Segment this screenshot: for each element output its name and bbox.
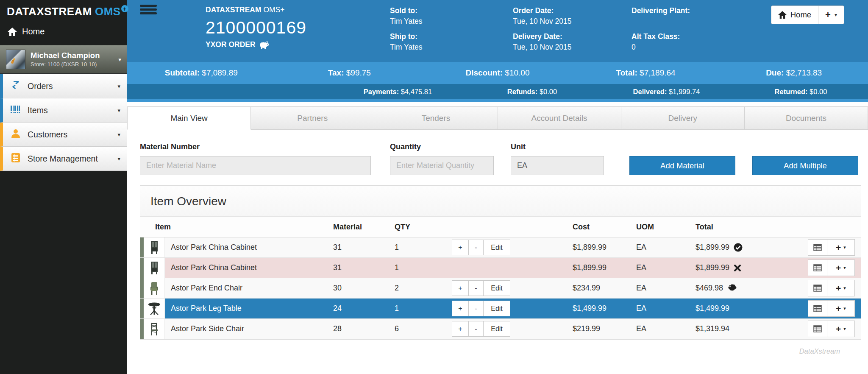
tab-tenders[interactable]: Tenders (374, 106, 498, 130)
field-label: Sold to: (390, 6, 423, 15)
chevron-down-icon[interactable]: ▾ (118, 56, 121, 63)
user-store: Store: 1100 (DXSR 10 10) (31, 61, 100, 68)
chevron-down-icon: ▾ (835, 12, 837, 18)
line-detail-button[interactable] (808, 321, 827, 337)
qty-stepper: + - Edit (452, 240, 573, 255)
table-row[interactable]: Astor Park Side Chair 28 6 + - Edit $219… (140, 319, 861, 339)
item-material: 31 (333, 263, 395, 272)
edit-item-button[interactable]: Edit (483, 280, 510, 296)
table-row[interactable]: Astor Park China Cabinet 31 1 $1,899.99 … (140, 258, 861, 278)
row-status-strip (140, 299, 144, 318)
field-value: Tue, 10 Nov 2015 (513, 17, 571, 26)
row-actions: + ▾ (801, 280, 861, 296)
item-cost: $1,899.99 (573, 243, 636, 252)
edit-item-button[interactable]: Edit (483, 301, 510, 316)
row-status-strip (140, 319, 144, 339)
item-cost: $1,499.99 (573, 304, 636, 313)
home-icon (8, 28, 17, 36)
item-total: $1,319.94 (696, 324, 729, 333)
sidebar-item-customers[interactable]: Customers ▾ (0, 123, 127, 147)
column-header-uom: UOM (636, 223, 696, 232)
total-tax: Tax: $99.75 (275, 68, 424, 78)
payment-value: $0.00 (540, 88, 557, 95)
row-add-dropdown-button[interactable]: + ▾ (827, 300, 855, 317)
item-uom: EA (636, 284, 696, 293)
qty-increment-button[interactable]: + (452, 321, 469, 337)
logo-plus-badge: + (121, 5, 128, 12)
item-material: 30 (333, 284, 395, 293)
payment-label: Delivered: (633, 88, 667, 95)
field-value: Tue, 10 Nov 2015 (513, 43, 571, 52)
tab-account-details[interactable]: Account Details (498, 106, 621, 130)
sidebar-item-store-management[interactable]: Store Management ▾ (0, 147, 127, 171)
material-number-input[interactable] (140, 156, 371, 175)
unit-input[interactable] (511, 156, 604, 175)
row-add-dropdown-button[interactable]: + ▾ (827, 321, 855, 337)
row-status-strip (140, 278, 144, 298)
line-detail-button[interactable] (808, 239, 827, 256)
line-detail-button[interactable] (808, 300, 827, 317)
edit-item-button[interactable]: Edit (483, 240, 510, 255)
total-subtotal: Subtotal: $7,089.89 (127, 68, 275, 78)
add-material-button[interactable]: Add Material (629, 156, 735, 175)
total-value: $99.75 (346, 68, 371, 77)
add-dropdown-button[interactable]: + ▾ (818, 6, 844, 24)
unit-label: Unit (511, 142, 604, 151)
table-row[interactable]: Astor Park China Cabinet 31 1 + - Edit $… (140, 237, 861, 258)
header-col-partners: Sold to: Tim Yates Ship to: Tim Yates (390, 6, 423, 58)
sidebar-home-link[interactable]: Home (0, 20, 127, 45)
field-value: Tim Yates (390, 17, 423, 26)
total-label: Subtotal: (165, 68, 200, 77)
add-multiple-button[interactable]: Add Multiple (752, 156, 858, 175)
item-qty: 1 (395, 263, 452, 272)
plus-icon: + (836, 304, 841, 314)
row-add-dropdown-button[interactable]: + ▾ (827, 280, 855, 296)
item-thumbnail (144, 299, 165, 318)
sidebar-item-items[interactable]: Items ▾ (0, 98, 127, 123)
qty-stepper: + - Edit (452, 280, 573, 296)
tab-partners[interactable]: Partners (251, 106, 374, 130)
total-label: Discount: (465, 68, 503, 77)
sidebar-home-label: Home (22, 27, 45, 36)
qty-decrement-button[interactable]: - (468, 301, 484, 316)
check-circle-icon (734, 243, 743, 252)
menu-icon[interactable] (140, 5, 157, 16)
line-detail-button[interactable] (808, 280, 827, 296)
column-header-item: Item (140, 223, 333, 232)
payment-label: Payments: (364, 88, 399, 95)
home-button[interactable]: Home (771, 6, 818, 24)
row-add-dropdown-button[interactable]: + ▾ (827, 260, 855, 276)
line-detail-button[interactable] (808, 260, 827, 276)
tab-documents[interactable]: Documents (745, 106, 868, 130)
column-header-cost: Cost (573, 223, 636, 232)
order-number: 2100000169 (206, 18, 306, 38)
total-label: Total: (616, 68, 637, 77)
edit-item-button[interactable]: Edit (483, 321, 510, 337)
table-icon (813, 285, 822, 292)
header-col-dates: Order Date: Tue, 10 Nov 2015 Delivery Da… (513, 6, 571, 58)
table-row[interactable]: Astor Park Leg Table 24 1 + - Edit $1,49… (140, 299, 861, 319)
qty-decrement-button[interactable]: - (468, 280, 484, 296)
tab-delivery[interactable]: Delivery (621, 106, 745, 130)
user-panel[interactable]: Michael Champion Store: 1100 (DXSR 10 10… (0, 45, 127, 74)
field-label: Order Date: (513, 6, 571, 15)
sidebar-item-orders[interactable]: Orders ▾ (0, 74, 127, 98)
total-value: $10.00 (505, 68, 529, 77)
row-actions: + ▾ (801, 260, 861, 276)
field-delivering-plant: Delivering Plant: (632, 6, 690, 26)
item-uom: EA (636, 243, 696, 252)
total-value: $7,189.64 (640, 68, 676, 77)
table-row[interactable]: Astor Park End Chair 30 2 + - Edit $234.… (140, 278, 861, 299)
qty-increment-button[interactable]: + (452, 301, 469, 316)
qty-increment-button[interactable]: + (452, 240, 469, 255)
row-add-dropdown-button[interactable]: + ▾ (827, 239, 855, 256)
user-name: Michael Champion (31, 50, 100, 60)
person-icon (10, 128, 21, 141)
quantity-input[interactable] (390, 156, 494, 175)
qty-increment-button[interactable]: + (452, 280, 469, 296)
qty-decrement-button[interactable]: - (468, 321, 484, 337)
qty-decrement-button[interactable]: - (468, 240, 484, 255)
tab-main-view[interactable]: Main View (127, 106, 251, 130)
payment-value: $1,999.74 (669, 88, 700, 95)
item-uom: EA (636, 304, 696, 313)
